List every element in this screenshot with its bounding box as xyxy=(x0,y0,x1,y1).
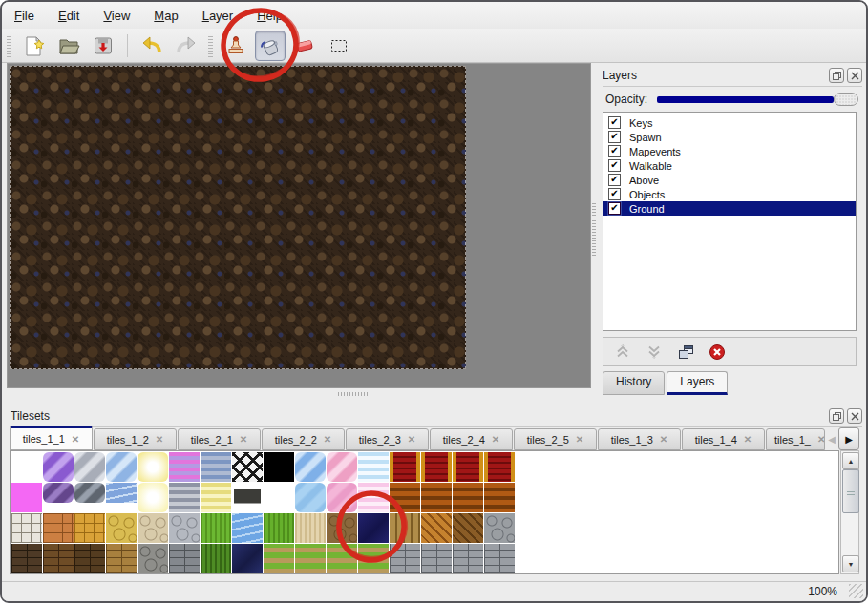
tab-close-icon[interactable]: ✕ xyxy=(240,434,247,445)
scroll-tabs-right-button[interactable]: ▶ xyxy=(838,427,859,450)
tile-palette[interactable] xyxy=(10,450,839,574)
move-layer-up-button[interactable] xyxy=(613,343,632,362)
panel-tab[interactable]: History xyxy=(603,371,665,395)
tile-water-ripple[interactable] xyxy=(106,483,137,503)
tile-glow-yellow[interactable] xyxy=(138,452,168,482)
tile-pebbles-gray[interactable] xyxy=(169,513,200,543)
tab-close-icon[interactable]: ✕ xyxy=(156,434,163,445)
tab-close-icon[interactable]: ✕ xyxy=(72,434,79,445)
tile-grass-path-4[interactable] xyxy=(358,544,389,573)
tab-close-icon[interactable]: ✕ xyxy=(817,434,825,445)
tile-basketweave-orange[interactable] xyxy=(421,513,452,543)
tile-stripes-yellow[interactable] xyxy=(201,483,231,512)
tile-stone-blocks-white[interactable] xyxy=(11,513,42,543)
tile-grass-path-2[interactable] xyxy=(295,544,326,573)
layer-visibility-checkbox[interactable]: ✔ xyxy=(608,145,621,157)
undo-button[interactable] xyxy=(137,31,167,61)
rect-select-tool-button[interactable] xyxy=(324,31,354,61)
tile-wall-pebble-gray[interactable] xyxy=(138,544,168,573)
tile-solid-black[interactable] xyxy=(264,452,294,482)
tile-siding-amber-2[interactable] xyxy=(421,483,452,512)
vertical-splitter-handle[interactable] xyxy=(592,202,596,256)
tile-stripes-magenta[interactable] xyxy=(169,452,200,482)
fill-tool-button[interactable] xyxy=(255,31,286,61)
tile-brick-graywall-1[interactable] xyxy=(390,544,420,573)
tile-grass-bright[interactable] xyxy=(201,513,231,543)
layer-visibility-checkbox[interactable]: ✔ xyxy=(608,131,621,143)
tile-stones-gray[interactable] xyxy=(484,513,515,543)
stamp-tool-button[interactable] xyxy=(221,31,251,61)
tile-hedge-green[interactable] xyxy=(201,544,231,573)
close-panel-button[interactable] xyxy=(847,408,862,424)
tile-water-blue[interactable] xyxy=(232,513,263,543)
tile-wall-darknavy[interactable] xyxy=(232,544,263,573)
opacity-slider[interactable] xyxy=(655,92,858,107)
opacity-slider-handle[interactable] xyxy=(834,93,858,106)
redo-button[interactable] xyxy=(171,31,201,61)
float-panel-button[interactable] xyxy=(829,68,844,83)
tile-herringbone-brown[interactable] xyxy=(453,513,483,543)
tile-glass-darkgray[interactable] xyxy=(74,483,105,503)
close-panel-button[interactable] xyxy=(847,68,862,83)
tileset-tab[interactable]: tiles_2_3 ✕ xyxy=(346,428,429,450)
tile-curtain-red-3[interactable] xyxy=(453,452,483,482)
tileset-tab[interactable]: tiles_1_4 ✕ xyxy=(682,428,765,450)
layer-visibility-checkbox[interactable]: ✔ xyxy=(608,159,621,172)
tile-glass-darkpurple[interactable] xyxy=(43,483,74,503)
tile-siding-amber-1[interactable] xyxy=(390,483,420,512)
map-viewport[interactable] xyxy=(7,63,591,388)
tile-brick-graywall-3[interactable] xyxy=(453,544,483,573)
tileset-tab[interactable]: tiles_2_2 ✕ xyxy=(262,428,345,450)
tile-curtain-red-2[interactable] xyxy=(421,452,452,482)
tile-stripes-gray[interactable] xyxy=(169,483,200,512)
tileset-tab[interactable]: tiles_1_3 ✕ xyxy=(598,428,681,450)
tile-planks-vertical[interactable] xyxy=(390,513,420,543)
tile-glass-rose[interactable] xyxy=(327,483,357,512)
tileset-tab[interactable]: tiles_2_4 ✕ xyxy=(430,428,513,450)
menu-item[interactable]: Edit xyxy=(58,9,79,23)
tile-glass-lightblue[interactable] xyxy=(295,483,326,512)
tile-flagstone-yellow[interactable] xyxy=(106,513,137,543)
panel-tab[interactable]: Layers xyxy=(667,371,728,395)
move-layer-down-button[interactable] xyxy=(645,343,664,362)
tab-close-icon[interactable]: ✕ xyxy=(576,434,583,445)
float-panel-button[interactable] xyxy=(829,408,844,424)
tile-solid-magenta[interactable] xyxy=(11,483,42,512)
menu-item[interactable]: File xyxy=(14,9,34,23)
tab-close-icon[interactable]: ✕ xyxy=(660,434,667,445)
tile-tile-darknavy[interactable] xyxy=(358,513,389,543)
scroll-tabs-left-icon[interactable]: ◀ xyxy=(825,434,838,445)
layer-row[interactable]: ✔ Objects xyxy=(603,187,856,201)
layer-row[interactable]: ✔ Spawn xyxy=(603,130,856,144)
layer-visibility-checkbox[interactable]: ✔ xyxy=(608,116,621,129)
scrollbar-thumb[interactable] xyxy=(842,469,859,513)
layer-row[interactable]: ✔ Above xyxy=(603,173,856,187)
tile-tiles-terracotta[interactable] xyxy=(43,513,74,543)
tile-curtain-red-4[interactable] xyxy=(484,452,515,482)
tile-glass-pink[interactable] xyxy=(327,452,357,482)
layer-row[interactable]: ✔ Walkable xyxy=(603,158,856,173)
tile-brick-gray[interactable] xyxy=(169,544,200,573)
layer-row[interactable]: ✔ Mapevents xyxy=(603,144,856,158)
tile-brick-tan[interactable] xyxy=(106,544,137,573)
tab-close-icon[interactable]: ✕ xyxy=(492,434,499,445)
tile-stripes-iceblue[interactable] xyxy=(358,452,389,482)
menu-item[interactable]: Layer xyxy=(202,9,234,23)
tile-brick-darkbrown[interactable] xyxy=(74,544,105,573)
tile-glass-skyblue[interactable] xyxy=(295,452,326,482)
menu-item[interactable]: View xyxy=(103,9,130,23)
tile-lattice-black[interactable] xyxy=(232,452,263,482)
new-file-button[interactable] xyxy=(19,31,50,61)
toolbar-drag-handle[interactable] xyxy=(7,34,11,57)
tile-glow-paleyellow[interactable] xyxy=(138,483,168,512)
tileset-tab[interactable]: tiles_2_1 ✕ xyxy=(178,428,261,450)
tab-close-icon[interactable]: ✕ xyxy=(408,434,415,445)
tileset-tab[interactable]: tiles_2_5 ✕ xyxy=(514,428,597,450)
map-canvas[interactable] xyxy=(10,66,466,369)
delete-layer-button[interactable] xyxy=(708,343,727,362)
menu-item[interactable]: Help xyxy=(257,9,283,23)
tile-stripes-lightpink[interactable] xyxy=(358,483,389,512)
layer-row[interactable]: ✔ Keys xyxy=(603,115,856,130)
duplicate-layer-button[interactable] xyxy=(676,343,695,362)
layer-visibility-checkbox[interactable]: ✔ xyxy=(608,188,621,200)
